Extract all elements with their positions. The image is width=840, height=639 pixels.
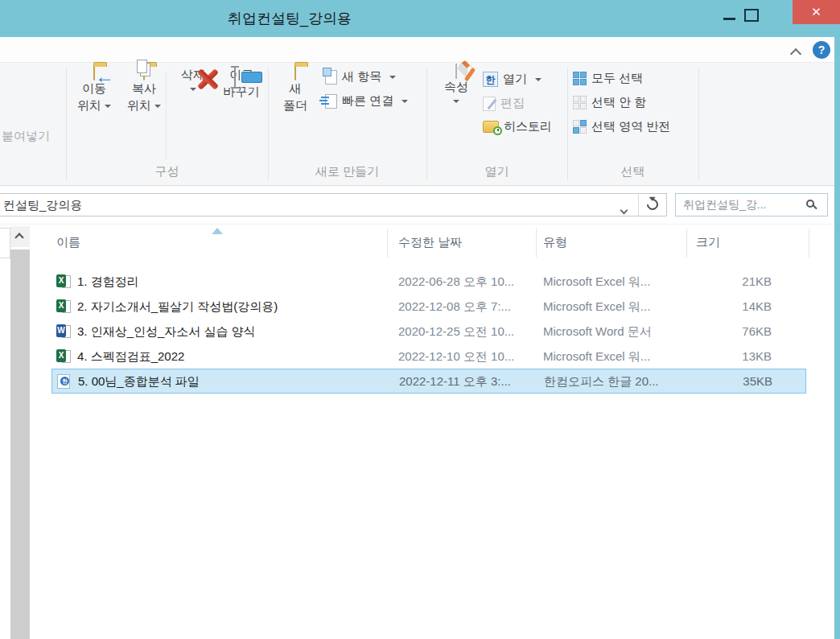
- address-bar[interactable]: 컨설팅_강의용: [0, 193, 639, 216]
- ribbon-tab-strip: [0, 37, 834, 63]
- copy-to-icon: [143, 65, 145, 80]
- select-all-icon: [573, 72, 587, 85]
- word-file-icon: W: [56, 324, 71, 337]
- group-separator: [268, 68, 269, 180]
- file-date: 2022-12-11 오후 3:...: [399, 369, 544, 393]
- new-item-button[interactable]: 새 항목: [325, 69, 396, 85]
- file-type: Microsoft Excel 워...: [543, 344, 696, 369]
- maximize-button[interactable]: [744, 9, 759, 22]
- file-date: 2022-06-28 오후 10...: [398, 269, 543, 294]
- column-separator[interactable]: [387, 229, 388, 258]
- excel-file-icon: X: [56, 274, 71, 287]
- file-row[interactable]: X2. 자기소개서_필살기 작성법(강의용) 2022-12-08 오후 7:.…: [51, 294, 806, 319]
- close-button[interactable]: ✕: [793, 0, 840, 24]
- file-type: Microsoft Excel 워...: [543, 294, 696, 319]
- explorer-window: 취업컨설팅_강의용 ✕ ? 붙여넣기 이동 위치 복사 위치 삭제: [0, 0, 840, 639]
- group-label-select: 선택: [567, 164, 698, 179]
- new-item-icon: [325, 70, 337, 85]
- refresh-button[interactable]: [638, 193, 667, 216]
- vertical-scrollbar[interactable]: [10, 226, 30, 639]
- search-text: 취업컨설팅_강...: [683, 198, 766, 211]
- file-size: 35KB: [697, 369, 779, 393]
- delete-button[interactable]: 삭제: [171, 66, 216, 91]
- open-button[interactable]: 한 열기: [483, 72, 541, 87]
- file-type: 한컴오피스 한글 20...: [544, 369, 697, 393]
- chevron-up-icon: [790, 48, 801, 60]
- hwp-file-icon: 한: [57, 374, 72, 387]
- search-icon[interactable]: [806, 200, 814, 208]
- column-separator[interactable]: [809, 229, 809, 258]
- column-header-size[interactable]: 크기: [696, 235, 720, 250]
- copy-to-button[interactable]: 복사 위치: [121, 66, 167, 113]
- group-separator: [567, 68, 568, 180]
- paste-button[interactable]: 붙여넣기: [2, 129, 50, 144]
- address-dropdown-button[interactable]: [621, 202, 627, 216]
- invert-selection-icon: [573, 120, 587, 134]
- select-none-button[interactable]: 선택 안 함: [573, 95, 646, 110]
- file-row[interactable]: X1. 경험정리 2022-06-28 오후 10... Microsoft E…: [51, 269, 806, 294]
- properties-icon: [455, 64, 457, 79]
- file-type: Microsoft Word 문서: [543, 319, 696, 344]
- chevron-up-icon: [14, 233, 23, 241]
- file-size: 21KB: [696, 269, 778, 294]
- excel-file-icon: X: [56, 349, 71, 362]
- help-button[interactable]: ?: [813, 41, 830, 59]
- properties-button[interactable]: 속성: [434, 64, 478, 103]
- content-divider: [0, 224, 834, 225]
- dropdown-arrow-icon: [401, 100, 408, 103]
- select-all-button[interactable]: 모두 선택: [573, 71, 643, 86]
- refresh-icon: [644, 196, 661, 212]
- file-date: 2022-12-10 오전 10...: [398, 344, 543, 369]
- excel-file-icon: X: [56, 299, 71, 312]
- column-header-type[interactable]: 유형: [543, 235, 567, 250]
- invert-selection-button[interactable]: 선택 영역 반전: [573, 119, 670, 134]
- dropdown-arrow-icon: [154, 105, 161, 108]
- window-title: 취업컨설팅_강의용: [228, 9, 352, 28]
- file-row[interactable]: X4. 스펙점검표_2022 2022-12-10 오전 10... Micro…: [51, 344, 806, 369]
- ribbon-collapse-button[interactable]: [792, 47, 800, 61]
- move-to-button[interactable]: 이동 위치: [69, 66, 119, 113]
- scrollbar-up-button[interactable]: [10, 226, 30, 247]
- file-date: 2020-12-25 오전 10...: [398, 319, 543, 344]
- dropdown-arrow-icon: [453, 100, 459, 103]
- scrollbar-thumb[interactable]: [10, 249, 30, 639]
- edit-button[interactable]: 편집: [483, 96, 525, 111]
- group-separator: [66, 68, 67, 180]
- chevron-down-icon: [620, 207, 628, 215]
- title-bar: 취업컨설팅_강의용 ✕: [0, 0, 840, 37]
- file-row[interactable]: W3. 인재상_인성_자소서 실습 양식 2020-12-25 오전 10...…: [51, 319, 806, 344]
- file-name: 5. 00님_종합분석 파일: [78, 374, 200, 388]
- column-separator[interactable]: [536, 229, 537, 258]
- minimize-button[interactable]: [723, 18, 735, 20]
- documents-icon: [137, 60, 147, 73]
- column-header-date[interactable]: 수정한 날짜: [398, 235, 462, 250]
- window-border-right: [834, 37, 840, 639]
- new-folder-icon: [294, 65, 296, 80]
- address-path: 컨설팅_강의용: [3, 198, 82, 212]
- column-separator[interactable]: [686, 229, 687, 258]
- select-none-icon: [573, 96, 587, 109]
- file-size: 76KB: [696, 319, 778, 344]
- hwp-app-icon: 한: [483, 72, 498, 87]
- rename-button[interactable]: 이름 바꾸기: [216, 66, 267, 100]
- file-name: 3. 인재상_인성_자소서 실습 양식: [77, 324, 256, 338]
- column-header-name[interactable]: 이름: [56, 235, 80, 250]
- history-button[interactable]: 히스토리: [483, 119, 552, 134]
- clock-icon: [493, 126, 502, 135]
- file-name: 4. 스펙점검표_2022: [77, 349, 184, 363]
- file-date: 2022-12-08 오후 7:...: [398, 294, 543, 319]
- new-folder-button[interactable]: 새 폴더: [272, 66, 319, 113]
- file-row-selected[interactable]: 한5. 00님_종합분석 파일 2022-12-11 오후 3:... 한컴오피…: [51, 369, 806, 394]
- file-type: Microsoft Excel 워...: [543, 269, 696, 294]
- group-label-open: 열기: [426, 164, 567, 179]
- quick-access-button[interactable]: 빠른 연결: [325, 93, 408, 109]
- search-input[interactable]: 취업컨설팅_강...: [675, 193, 828, 216]
- arrow-left-icon: [95, 65, 114, 88]
- move-to-icon: [93, 65, 95, 80]
- edit-icon: [483, 97, 496, 111]
- history-icon: [483, 121, 499, 133]
- group-separator: [426, 68, 427, 180]
- file-size: 14KB: [696, 294, 778, 319]
- quick-access-icon: [325, 94, 337, 109]
- navigation-pane-edge: [0, 228, 10, 258]
